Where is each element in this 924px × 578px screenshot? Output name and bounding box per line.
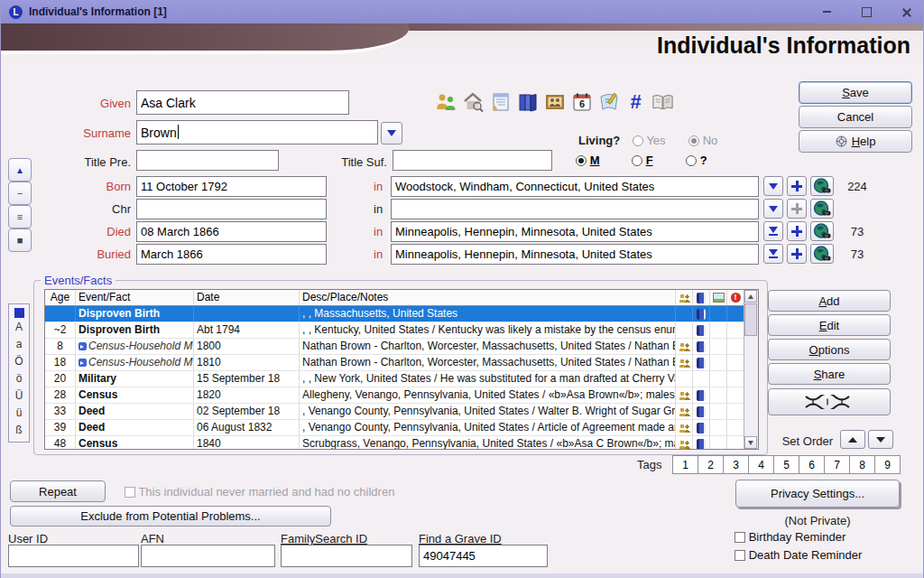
char-eszett[interactable]: ß <box>9 422 29 439</box>
calendar-button[interactable]: 6 <box>569 89 594 114</box>
born-map-button[interactable] <box>810 176 834 196</box>
gender-unknown-radio[interactable]: ? <box>686 154 707 167</box>
afn-input[interactable] <box>141 545 275 567</box>
tag-8[interactable]: 8 <box>849 455 875 474</box>
title-pre-input[interactable] <box>136 150 279 171</box>
edit-button[interactable]: Edit <box>768 314 891 336</box>
user-id-input[interactable] <box>8 545 139 567</box>
buried-place-dropdown-button[interactable] <box>763 244 783 264</box>
scroll-up-button[interactable] <box>744 290 757 303</box>
research-guidance-button[interactable] <box>651 89 675 114</box>
born-place-dropdown-button[interactable] <box>763 176 783 196</box>
hashtag-button[interactable]: # <box>624 89 648 114</box>
table-row[interactable]: 18 Census-Household M 1810 Nathan Brown … <box>45 355 744 371</box>
table-row[interactable]: Disproven Birth , , Massachusetts, Unite… <box>45 306 744 322</box>
chr-place-input[interactable] <box>391 199 759 219</box>
died-date-input[interactable] <box>136 221 327 242</box>
sidebar-minus-button[interactable]: − <box>8 182 32 205</box>
table-row[interactable]: 33 Deed 02 September 18 , Venango County… <box>45 404 744 420</box>
buried-add-source-button[interactable] <box>787 244 807 264</box>
died-map-button[interactable] <box>810 221 834 241</box>
scrollbar-thumb[interactable] <box>744 303 757 336</box>
exclude-problems-button[interactable]: Exclude from Potential Problems... <box>10 506 331 527</box>
died-add-source-button[interactable] <box>787 221 807 241</box>
privacy-settings-button[interactable]: Privacy Settings... <box>735 480 900 508</box>
maximize-button[interactable] <box>856 4 876 20</box>
events-scrollbar[interactable] <box>744 290 758 449</box>
table-row[interactable]: 39 Deed 06 August 1832 , Venango County,… <box>45 420 744 436</box>
findagrave-id-input[interactable] <box>419 545 548 567</box>
set-order-up-button[interactable] <box>840 430 865 449</box>
scroll-down-button[interactable] <box>744 436 757 449</box>
surname-dropdown-button[interactable] <box>381 122 402 144</box>
char-u-umlaut[interactable]: ü <box>9 405 29 422</box>
never-married-checkbox[interactable]: This individual never married and had no… <box>125 485 394 499</box>
char-A[interactable]: A <box>9 319 29 336</box>
set-order-down-button[interactable] <box>868 430 893 449</box>
minimize-button[interactable] <box>817 4 836 20</box>
findagrave-id-link[interactable]: Find a Grave ID <box>419 532 502 545</box>
globe-icon <box>813 178 831 194</box>
media-button[interactable] <box>542 89 567 114</box>
died-place-dropdown-button[interactable] <box>763 221 783 241</box>
save-button[interactable]: Save <box>799 81 912 104</box>
table-row[interactable]: 48 Census 1840 Scrubgrass, Venango, Penn… <box>45 436 744 450</box>
tag-3[interactable]: 3 <box>723 455 749 474</box>
chr-map-button[interactable] <box>810 199 834 219</box>
add-button[interactable]: Add <box>768 290 891 312</box>
table-row[interactable]: 20 Military 15 September 18 , , New York… <box>45 371 744 387</box>
table-row[interactable]: 28 Census 1820 Allegheny, Venango, Penns… <box>45 387 744 404</box>
todo-button[interactable] <box>596 89 621 114</box>
close-button[interactable] <box>896 4 916 20</box>
char-U-umlaut[interactable]: Ü <box>9 387 29 405</box>
cell-date: 1840 <box>194 436 300 450</box>
char-o-umlaut[interactable]: ö <box>9 370 29 387</box>
surname-input[interactable] <box>136 120 378 144</box>
options-button[interactable]: Options <box>768 339 891 360</box>
sidebar-list-button[interactable]: ≡ <box>8 205 32 228</box>
born-add-source-button[interactable] <box>787 176 807 196</box>
tag-7[interactable]: 7 <box>824 455 850 474</box>
charmap-icon[interactable] <box>14 308 24 318</box>
died-place-input[interactable] <box>391 221 759 242</box>
dna-button[interactable] <box>768 388 891 415</box>
sidebar-square-button[interactable]: ■ <box>8 228 32 252</box>
chr-add-source-button[interactable] <box>787 199 807 219</box>
chr-date-input[interactable] <box>136 199 327 219</box>
buried-place-input[interactable] <box>391 244 759 265</box>
birthday-reminder-checkbox[interactable]: Birthday Reminder <box>735 530 845 544</box>
familysearch-id-link[interactable]: FamilySearch ID <box>281 532 367 545</box>
living-no-radio[interactable]: No <box>688 134 717 147</box>
tag-1[interactable]: 1 <box>672 455 698 474</box>
table-row[interactable]: ~2 Disproven Birth Abt 1794 , , Kentucky… <box>45 322 744 339</box>
living-yes-radio[interactable]: Yes <box>633 134 666 147</box>
born-place-input[interactable] <box>391 176 759 197</box>
tag-4[interactable]: 4 <box>748 455 774 474</box>
title-suf-input[interactable] <box>393 150 552 171</box>
char-a[interactable]: a <box>9 336 29 353</box>
share-button[interactable]: Share <box>768 363 891 385</box>
tag-2[interactable]: 2 <box>698 455 724 474</box>
relationships-button[interactable] <box>434 89 458 114</box>
address-button[interactable] <box>461 89 485 114</box>
chr-place-dropdown-button[interactable] <box>763 199 783 219</box>
table-row[interactable]: 8 Census-Household M 1800 Nathan Brown -… <box>45 339 744 355</box>
sidebar-up-button[interactable]: ▲ <box>8 158 32 182</box>
notes-button[interactable] <box>488 89 513 114</box>
born-date-input[interactable] <box>136 176 327 197</box>
cancel-button[interactable]: Cancel <box>799 106 912 128</box>
buried-map-button[interactable] <box>810 244 834 264</box>
tag-9[interactable]: 9 <box>874 455 901 474</box>
sources-button[interactable] <box>515 89 540 114</box>
gender-male-radio[interactable]: M <box>576 154 599 167</box>
help-button[interactable]: Help <box>799 130 912 153</box>
gender-female-radio[interactable]: F <box>632 154 653 167</box>
given-input[interactable] <box>136 90 349 115</box>
death-reminder-checkbox[interactable]: Death Date Reminder <box>735 548 862 562</box>
char-O-umlaut[interactable]: Ö <box>9 353 29 370</box>
tag-6[interactable]: 6 <box>799 455 825 474</box>
repeat-button[interactable]: Repeat <box>10 480 106 502</box>
familysearch-id-input[interactable] <box>281 545 412 567</box>
buried-date-input[interactable] <box>136 244 327 265</box>
tag-5[interactable]: 5 <box>773 455 799 474</box>
